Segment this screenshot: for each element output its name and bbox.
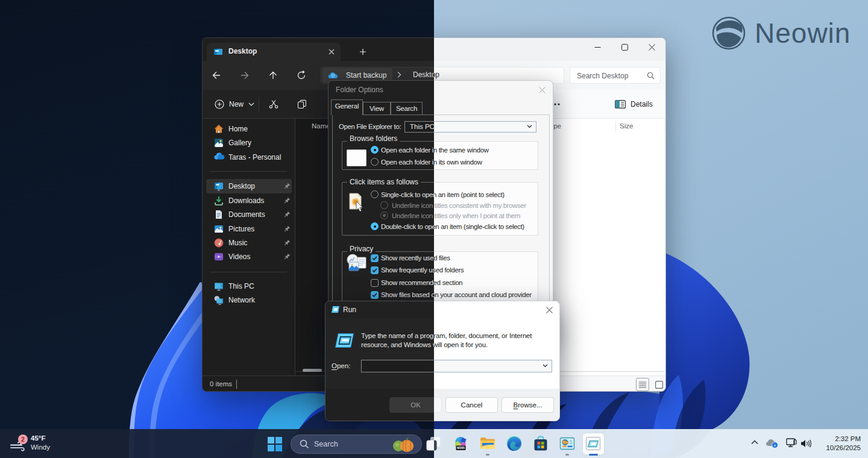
dialog-title: Folder Options	[336, 86, 383, 94]
sidebar-item-music[interactable]: Music	[206, 236, 292, 250]
display-settings-taskbar-icon[interactable]	[559, 436, 575, 451]
taskbar-search-box[interactable]: Search	[291, 434, 422, 454]
items-count: 0 items	[210, 380, 232, 387]
minimize-icon	[594, 44, 601, 51]
run-close-icon[interactable]	[543, 304, 555, 316]
cancel-button[interactable]: Cancel	[445, 397, 498, 413]
sidebar-item-label: Pictures	[228, 225, 254, 233]
store-taskbar-icon[interactable]	[533, 436, 549, 451]
cut-icon[interactable]	[265, 95, 283, 113]
maximize-button[interactable]	[611, 38, 638, 56]
desktop-icon	[214, 181, 224, 191]
onedrive-tray-icon[interactable]	[766, 438, 779, 448]
sidebar-item-pictures[interactable]: Pictures	[206, 222, 292, 236]
radio-own-window[interactable]	[371, 158, 379, 166]
active-app-indicator	[589, 454, 598, 456]
close-button[interactable]	[638, 38, 665, 56]
radio-same-window[interactable]	[371, 146, 379, 154]
back-button[interactable]	[207, 66, 226, 85]
sidebar-item-taras-personal[interactable]: Taras - Personal	[206, 150, 292, 165]
sidebar-item-label: Taras - Personal	[228, 153, 281, 162]
clock-date: 10/26/2025	[826, 444, 861, 453]
pin-icon	[284, 211, 291, 218]
chevron-up-icon	[751, 440, 758, 445]
radio-underline-point[interactable]	[380, 212, 388, 219]
radio-double-click[interactable]	[371, 222, 379, 230]
sidebar-item-home[interactable]: Home	[206, 122, 292, 136]
tray-chevron-icon[interactable]	[751, 440, 758, 445]
click-items-group-label: Click items as follows	[347, 178, 421, 186]
plus-circle-icon	[215, 99, 224, 109]
command-bar-divider	[259, 97, 259, 111]
sidebar-item-videos[interactable]: Videos	[206, 249, 292, 264]
radio-single-click[interactable]	[371, 190, 379, 198]
sidebar-item-documents[interactable]: Documents	[206, 207, 292, 222]
volume-tray-icon[interactable]	[800, 439, 811, 448]
network-icon	[214, 295, 224, 305]
details-view-toggle[interactable]	[636, 378, 649, 391]
edge-taskbar-icon[interactable]	[506, 436, 522, 451]
browse-folders-group-label: Browse folders	[347, 134, 400, 143]
new-tab-button[interactable]	[356, 45, 370, 58]
folder-options-close-icon[interactable]	[536, 84, 548, 96]
forward-button[interactable]	[235, 66, 254, 85]
horizontal-scrollbar-thumb[interactable]	[303, 369, 322, 372]
explorer-tab-desktop[interactable]: Desktop	[207, 43, 341, 61]
taskbar-clock[interactable]: 2:32 PM 10/26/2025	[826, 434, 861, 453]
browse-button[interactable]: Browse...	[502, 397, 554, 413]
copilot-m365-badge: M365	[457, 446, 465, 450]
onedrive-icon	[214, 152, 225, 160]
open-to-label: Open File Explorer to:	[339, 123, 401, 130]
column-separator[interactable]	[615, 121, 616, 132]
radio-underline-browser[interactable]	[380, 201, 388, 209]
file-explorer-taskbar-icon[interactable]	[480, 436, 495, 451]
run-taskbar-icon[interactable]	[585, 436, 601, 451]
column-size[interactable]: Size	[620, 122, 633, 130]
weather-condition: Windy	[31, 444, 50, 451]
copilot-m365-button[interactable]: M365	[453, 436, 468, 451]
tab-close-icon[interactable]	[326, 46, 337, 57]
check-recent-files[interactable]	[371, 254, 379, 262]
sidebar-item-label: Network	[228, 296, 255, 304]
click-items-icon	[349, 193, 365, 213]
ok-button[interactable]: OK	[389, 397, 442, 413]
neowin-logo-icon	[711, 16, 746, 51]
taskbar-search-label: Search	[314, 440, 338, 448]
check-frequent-folders[interactable]	[371, 266, 379, 274]
check-recommended[interactable]	[371, 279, 379, 287]
browse-folders-icon	[347, 149, 366, 166]
up-button[interactable]	[263, 66, 283, 85]
sidebar-item-downloads[interactable]: Downloads	[206, 193, 292, 208]
weather-widget[interactable]: 45°F Windy 2	[0, 429, 66, 458]
details-pane-button[interactable]: Details	[615, 95, 653, 113]
network-tray-icon[interactable]	[786, 438, 798, 449]
start-button[interactable]	[268, 437, 282, 451]
copy-icon[interactable]	[293, 95, 311, 113]
sidebar-item-gallery[interactable]: Gallery	[206, 136, 292, 150]
documents-icon	[214, 210, 224, 219]
run-dialog-title: Run	[343, 306, 356, 314]
details-pane-icon	[615, 100, 626, 108]
minimize-button[interactable]	[584, 38, 611, 56]
tab-view[interactable]: View	[363, 102, 391, 115]
sidebar-item-this-pc[interactable]: This PC	[206, 279, 292, 293]
up-arrow-icon	[268, 71, 278, 80]
search-icon	[647, 72, 655, 80]
tab-general[interactable]: General	[331, 99, 363, 115]
pin-icon	[284, 225, 291, 232]
icons-view-toggle[interactable]	[652, 378, 665, 391]
sidebar-item-network[interactable]: Network	[206, 293, 292, 307]
check-cloud-files[interactable]	[371, 291, 379, 299]
details-button-label: Details	[631, 100, 653, 108]
breadcrumb-chevron-icon	[397, 71, 401, 78]
explorer-sidebar: HomeGalleryTaras - PersonalDesktopDownlo…	[203, 119, 295, 375]
sidebar-item-desktop[interactable]: Desktop	[206, 179, 292, 193]
privacy-group-label: Privacy	[347, 245, 376, 253]
refresh-button[interactable]	[292, 66, 311, 85]
downloads-icon	[214, 196, 224, 205]
new-item-button[interactable]: New	[209, 95, 260, 113]
explorer-search-box[interactable]: Search Desktop	[570, 67, 661, 84]
tab-search[interactable]: Search	[391, 102, 423, 115]
explorer-open-indicator	[486, 454, 489, 456]
sidebar-item-label: Gallery	[228, 139, 251, 147]
